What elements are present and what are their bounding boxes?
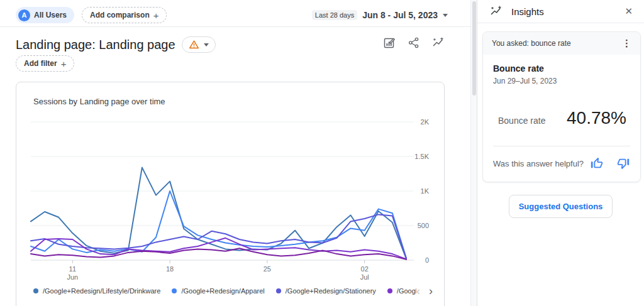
date-range-value: Jun 8 - Jul 5, 2023 bbox=[362, 10, 438, 20]
insight-metric-row: Bounce rate 40.78% bbox=[493, 108, 630, 128]
customize-report-button[interactable] bbox=[383, 36, 396, 49]
legend-dot-icon bbox=[172, 288, 177, 293]
legend-item[interactable]: /Google+Redesign/Lifestyle/Drinkware bbox=[33, 287, 160, 295]
filter-bar: Add filter + bbox=[16, 55, 74, 72]
kebab-menu-icon[interactable]: ⋮ bbox=[618, 38, 635, 49]
svg-text:Jul: Jul bbox=[360, 273, 369, 281]
legend-item[interactable]: /Google+Redesign/Apparel bbox=[172, 287, 264, 295]
legend-dot-icon bbox=[387, 288, 392, 293]
insight-feedback-row: Was this answer helpful? bbox=[483, 146, 640, 182]
chart-legend: /Google+Redesign/Lifestyle/Drinkware/Goo… bbox=[33, 285, 433, 297]
chevron-down-icon bbox=[443, 14, 448, 17]
legend-label: /Google+Redesign bbox=[397, 287, 416, 295]
insight-metric-label: Bounce rate bbox=[498, 116, 546, 126]
comparison-bar: A All Users Add comparison + Last 28 day… bbox=[16, 6, 448, 24]
svg-text:1K: 1K bbox=[421, 187, 430, 195]
insight-question-label: You asked: bounce rate bbox=[492, 39, 571, 48]
svg-text:11: 11 bbox=[69, 265, 76, 273]
add-comparison-button[interactable]: Add comparison + bbox=[82, 7, 167, 23]
insights-icon bbox=[490, 5, 502, 18]
add-comparison-label: Add comparison bbox=[90, 11, 150, 19]
insight-card-header: You asked: bounce rate ⋮ bbox=[483, 32, 640, 55]
open-insights-button[interactable] bbox=[432, 36, 445, 49]
chart-title: Sessions by Landing page over time bbox=[33, 97, 165, 106]
svg-text:25: 25 bbox=[264, 265, 271, 273]
feedback-prompt: Was this answer helpful? bbox=[493, 159, 584, 168]
legend-label: /Google+Redesign/Stationery bbox=[286, 287, 376, 295]
chart-card: Sessions by Landing page over time 05001… bbox=[16, 82, 445, 306]
main-scrollbar[interactable] bbox=[470, 0, 477, 306]
insight-date-range: Jun 29–Jul 5, 2023 bbox=[493, 77, 630, 85]
insight-card-body: Bounce rate Jun 29–Jul 5, 2023 Bounce ra… bbox=[483, 55, 640, 146]
scrollbar-thumb[interactable] bbox=[472, 1, 476, 96]
legend-item[interactable]: /Google+Redesign bbox=[387, 287, 416, 295]
svg-text:0: 0 bbox=[425, 256, 429, 264]
plus-icon: + bbox=[61, 58, 67, 69]
suggested-questions-button[interactable]: Suggested Questions bbox=[509, 195, 613, 218]
insight-card: You asked: bounce rate ⋮ Bounce rate Jun… bbox=[482, 31, 641, 182]
svg-text:02: 02 bbox=[361, 265, 369, 273]
date-range-picker[interactable]: Last 28 days Jun 8 - Jul 5, 2023 bbox=[312, 10, 448, 20]
legend-dot-icon bbox=[33, 288, 38, 293]
all-users-chip[interactable]: A All Users bbox=[16, 7, 74, 23]
svg-text:500: 500 bbox=[418, 222, 429, 229]
data-quality-warning-button[interactable] bbox=[182, 36, 216, 53]
legend-label: /Google+Redesign/Lifestyle/Drinkware bbox=[43, 287, 160, 295]
insights-icon bbox=[432, 36, 445, 49]
legend-next-button[interactable]: › bbox=[429, 286, 433, 296]
insights-panel: Insights ✕ You asked: bounce rate ⋮ Boun… bbox=[477, 0, 644, 306]
insights-panel-title: Insights bbox=[511, 6, 544, 17]
warning-icon bbox=[189, 40, 199, 50]
legend-item[interactable]: /Google+Redesign/Stationery bbox=[276, 287, 376, 295]
svg-text:1.5K: 1.5K bbox=[414, 153, 429, 160]
insight-metric-value: 40.78% bbox=[567, 108, 626, 128]
legend-items: /Google+Redesign/Lifestyle/Drinkware/Goo… bbox=[33, 287, 416, 295]
share-icon bbox=[408, 36, 420, 49]
insights-panel-header: Insights ✕ bbox=[477, 0, 644, 23]
close-icon[interactable]: ✕ bbox=[622, 4, 635, 18]
header-divider bbox=[0, 26, 470, 27]
svg-text:2K: 2K bbox=[421, 118, 430, 126]
report-toolbar bbox=[383, 36, 445, 49]
insight-metric-title: Bounce rate bbox=[493, 63, 630, 74]
svg-text:18: 18 bbox=[166, 265, 174, 273]
plus-icon: + bbox=[153, 10, 159, 21]
report-title-row: Landing page: Landing page bbox=[16, 35, 216, 54]
customize-chart-icon bbox=[383, 36, 396, 49]
date-preset-badge: Last 28 days bbox=[312, 10, 357, 20]
chevron-down-icon bbox=[204, 43, 209, 46]
svg-text:Jun: Jun bbox=[67, 273, 78, 281]
legend-dot-icon bbox=[276, 288, 281, 293]
line-chart-canvas: 05001K1.5K2K11Jun182502Jul bbox=[16, 112, 445, 301]
page-title: Landing page: Landing page bbox=[16, 38, 175, 52]
suggested-questions-wrap: Suggested Questions bbox=[477, 195, 644, 218]
legend-label: /Google+Redesign/Apparel bbox=[181, 287, 264, 295]
all-users-avatar: A bbox=[18, 9, 30, 21]
main-report-area: A All Users Add comparison + Last 28 day… bbox=[0, 0, 470, 306]
thumbs-up-icon[interactable] bbox=[590, 156, 604, 170]
feedback-buttons bbox=[590, 156, 630, 170]
share-report-button[interactable] bbox=[408, 36, 420, 49]
sessions-line-chart[interactable]: 05001K1.5K2K11Jun182502Jul bbox=[16, 112, 445, 282]
add-filter-label: Add filter bbox=[24, 59, 57, 68]
all-users-label: All Users bbox=[34, 11, 67, 19]
thumbs-down-icon[interactable] bbox=[616, 156, 630, 170]
legend-prev-button[interactable]: ‹ bbox=[416, 286, 420, 296]
add-filter-button[interactable]: Add filter + bbox=[16, 55, 74, 72]
legend-pagination: ‹ › bbox=[416, 286, 433, 296]
